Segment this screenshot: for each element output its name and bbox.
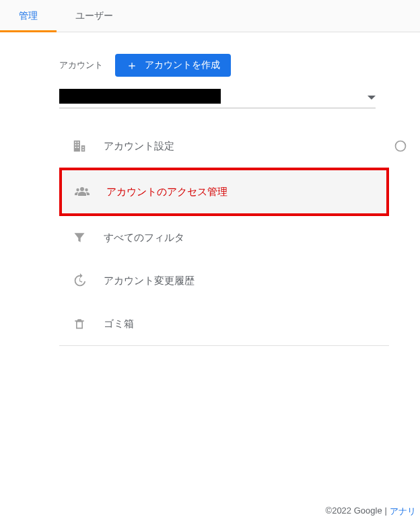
people-icon xyxy=(74,184,90,200)
footer-separator: | xyxy=(385,505,387,518)
building-icon xyxy=(71,138,88,154)
plus-icon: ＋ xyxy=(126,59,138,71)
menu-label: アカウントのアクセス管理 xyxy=(106,186,228,199)
trash-icon xyxy=(71,316,88,332)
svg-point-3 xyxy=(85,188,88,191)
menu-item-account-settings[interactable]: アカウント設定 xyxy=(59,125,389,168)
tab-user-label: ユーザー xyxy=(75,10,113,22)
menu-label: アカウント変更履歴 xyxy=(104,275,195,287)
tabs: 管理 ユーザー xyxy=(0,0,420,32)
tab-admin-label: 管理 xyxy=(19,10,38,22)
menu-label: ゴミ箱 xyxy=(104,318,134,330)
account-label: アカウント xyxy=(59,59,103,71)
account-header: アカウント ＋ アカウントを作成 xyxy=(59,54,420,77)
tab-admin[interactable]: 管理 xyxy=(0,0,57,32)
account-selector[interactable] xyxy=(59,89,376,108)
menu-item-filters[interactable]: すべてのフィルタ xyxy=(59,216,389,259)
analytics-link[interactable]: アナリ xyxy=(390,505,416,518)
menu-item-trash[interactable]: ゴミ箱 xyxy=(59,302,389,345)
menu-item-access-management[interactable]: アカウントのアクセス管理 xyxy=(59,168,389,216)
caret-down-icon xyxy=(368,90,376,102)
admin-content: アカウント ＋ アカウントを作成 アカウント設定 アカウントのアクセス管理 xyxy=(0,32,420,346)
create-account-button[interactable]: ＋ アカウントを作成 xyxy=(115,54,231,77)
account-name-redacted xyxy=(59,89,221,104)
create-account-label: アカウントを作成 xyxy=(145,59,220,71)
svg-point-1 xyxy=(80,187,84,191)
account-menu: アカウント設定 アカウントのアクセス管理 すべてのフィルタ アカウント変更履歴 xyxy=(59,125,389,346)
copyright-text: ©2022 Google xyxy=(326,505,382,518)
menu-label: アカウント設定 xyxy=(104,140,174,153)
svg-point-0 xyxy=(396,141,406,151)
svg-point-2 xyxy=(76,188,79,191)
menu-divider xyxy=(59,345,389,346)
history-icon xyxy=(71,273,88,289)
menu-item-history[interactable]: アカウント変更履歴 xyxy=(59,259,389,302)
tab-user[interactable]: ユーザー xyxy=(57,0,132,32)
filter-icon xyxy=(71,230,88,246)
menu-label: すべてのフィルタ xyxy=(104,232,184,244)
next-icon xyxy=(393,139,408,153)
footer: ©2022 Google | アナリ xyxy=(326,505,416,518)
